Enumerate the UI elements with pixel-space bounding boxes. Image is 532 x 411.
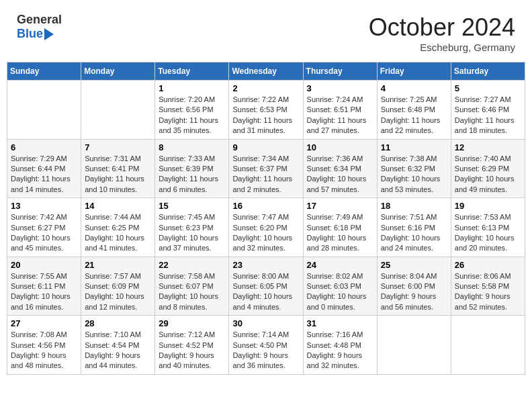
calendar-cell: [7, 81, 81, 140]
day-info: Sunrise: 7:25 AM Sunset: 6:48 PM Dayligh…: [381, 95, 447, 136]
day-number: 18: [381, 201, 447, 211]
day-info: Sunrise: 7:36 AM Sunset: 6:34 PM Dayligh…: [307, 154, 373, 195]
calendar-cell: 22Sunrise: 7:58 AM Sunset: 6:07 PM Dayli…: [155, 257, 229, 316]
day-number: 13: [11, 201, 77, 211]
weekday-header-friday: Friday: [377, 62, 451, 81]
day-number: 23: [232, 260, 299, 270]
day-number: 19: [455, 201, 521, 211]
calendar-cell: 11Sunrise: 7:38 AM Sunset: 6:32 PM Dayli…: [377, 139, 451, 198]
day-info: Sunrise: 7:24 AM Sunset: 6:51 PM Dayligh…: [307, 95, 373, 136]
calendar-cell: 5Sunrise: 7:27 AM Sunset: 6:46 PM Daylig…: [451, 81, 525, 140]
calendar-week-row: 13Sunrise: 7:42 AM Sunset: 6:27 PM Dayli…: [7, 198, 525, 257]
day-info: Sunrise: 7:45 AM Sunset: 6:23 PM Dayligh…: [159, 212, 225, 254]
weekday-header-sunday: Sunday: [7, 62, 81, 81]
day-info: Sunrise: 7:38 AM Sunset: 6:32 PM Dayligh…: [381, 154, 447, 195]
day-info: Sunrise: 8:04 AM Sunset: 6:00 PM Dayligh…: [381, 271, 447, 313]
day-info: Sunrise: 8:06 AM Sunset: 5:58 PM Dayligh…: [455, 271, 521, 313]
calendar-cell: 20Sunrise: 7:55 AM Sunset: 6:11 PM Dayli…: [7, 257, 81, 316]
month-title: October 2024: [369, 13, 515, 42]
day-number: 8: [159, 142, 225, 152]
day-info: Sunrise: 7:31 AM Sunset: 6:41 PM Dayligh…: [85, 154, 151, 195]
calendar-table: SundayMondayTuesdayWednesdayThursdayFrid…: [7, 62, 525, 375]
day-info: Sunrise: 8:00 AM Sunset: 6:05 PM Dayligh…: [232, 271, 299, 313]
day-number: 1: [159, 83, 225, 93]
day-number: 29: [159, 318, 225, 328]
calendar-cell: 17Sunrise: 7:49 AM Sunset: 6:18 PM Dayli…: [303, 198, 377, 257]
calendar-cell: 18Sunrise: 7:51 AM Sunset: 6:16 PM Dayli…: [377, 198, 451, 257]
day-number: 6: [11, 142, 77, 152]
day-number: 27: [11, 318, 77, 328]
day-info: Sunrise: 7:34 AM Sunset: 6:37 PM Dayligh…: [232, 154, 299, 195]
day-info: Sunrise: 7:47 AM Sunset: 6:20 PM Dayligh…: [232, 212, 299, 254]
calendar-cell: 13Sunrise: 7:42 AM Sunset: 6:27 PM Dayli…: [7, 198, 81, 257]
day-number: 10: [307, 142, 373, 152]
weekday-header-monday: Monday: [81, 62, 155, 81]
page-header: General Blue October 2024 Escheburg, Ger…: [7, 7, 525, 56]
calendar-cell: 12Sunrise: 7:40 AM Sunset: 6:29 PM Dayli…: [451, 139, 525, 198]
day-info: Sunrise: 7:16 AM Sunset: 4:48 PM Dayligh…: [307, 330, 373, 371]
calendar-cell: 1Sunrise: 7:20 AM Sunset: 6:56 PM Daylig…: [155, 81, 229, 140]
calendar-cell: 21Sunrise: 7:57 AM Sunset: 6:09 PM Dayli…: [81, 257, 155, 316]
day-number: 24: [307, 260, 373, 270]
calendar-cell: 15Sunrise: 7:45 AM Sunset: 6:23 PM Dayli…: [155, 198, 229, 257]
day-number: 20: [11, 260, 77, 270]
calendar-cell: 24Sunrise: 8:02 AM Sunset: 6:03 PM Dayli…: [303, 257, 377, 316]
calendar-cell: 2Sunrise: 7:22 AM Sunset: 6:53 PM Daylig…: [229, 81, 303, 140]
day-number: 11: [381, 142, 447, 152]
calendar-cell: 4Sunrise: 7:25 AM Sunset: 6:48 PM Daylig…: [377, 81, 451, 140]
day-number: 16: [232, 201, 299, 211]
day-number: 5: [455, 83, 521, 93]
day-number: 7: [85, 142, 151, 152]
calendar-header-row: SundayMondayTuesdayWednesdayThursdayFrid…: [7, 62, 525, 81]
day-number: 15: [159, 201, 225, 211]
day-info: Sunrise: 7:14 AM Sunset: 4:50 PM Dayligh…: [232, 330, 299, 371]
calendar-cell: 16Sunrise: 7:47 AM Sunset: 6:20 PM Dayli…: [229, 198, 303, 257]
calendar-cell: 10Sunrise: 7:36 AM Sunset: 6:34 PM Dayli…: [303, 139, 377, 198]
logo-arrow-icon: [44, 28, 54, 40]
day-number: 26: [455, 260, 521, 270]
day-info: Sunrise: 7:29 AM Sunset: 6:44 PM Dayligh…: [11, 154, 77, 195]
calendar-week-row: 20Sunrise: 7:55 AM Sunset: 6:11 PM Dayli…: [7, 257, 525, 316]
day-info: Sunrise: 7:58 AM Sunset: 6:07 PM Dayligh…: [159, 271, 225, 313]
day-number: 21: [85, 260, 151, 270]
day-info: Sunrise: 7:08 AM Sunset: 4:56 PM Dayligh…: [11, 330, 77, 371]
day-info: Sunrise: 7:51 AM Sunset: 6:16 PM Dayligh…: [381, 212, 447, 254]
calendar-cell: 3Sunrise: 7:24 AM Sunset: 6:51 PM Daylig…: [303, 81, 377, 140]
day-number: 31: [307, 318, 373, 328]
calendar-cell: [451, 316, 525, 375]
calendar-cell: 19Sunrise: 7:53 AM Sunset: 6:13 PM Dayli…: [451, 198, 525, 257]
day-number: 9: [232, 142, 299, 152]
calendar-cell: 23Sunrise: 8:00 AM Sunset: 6:05 PM Dayli…: [229, 257, 303, 316]
day-info: Sunrise: 7:53 AM Sunset: 6:13 PM Dayligh…: [455, 212, 521, 254]
day-info: Sunrise: 7:10 AM Sunset: 4:54 PM Dayligh…: [85, 330, 151, 371]
day-info: Sunrise: 7:12 AM Sunset: 4:52 PM Dayligh…: [159, 330, 225, 371]
logo-blue-text: Blue: [17, 27, 43, 41]
calendar-cell: 31Sunrise: 7:16 AM Sunset: 4:48 PM Dayli…: [303, 316, 377, 375]
calendar-cell: 9Sunrise: 7:34 AM Sunset: 6:37 PM Daylig…: [229, 139, 303, 198]
title-section: October 2024 Escheburg, Germany: [369, 13, 515, 53]
day-info: Sunrise: 7:49 AM Sunset: 6:18 PM Dayligh…: [307, 212, 373, 254]
day-number: 4: [381, 83, 447, 93]
day-info: Sunrise: 7:44 AM Sunset: 6:25 PM Dayligh…: [85, 212, 151, 254]
logo: General Blue: [17, 13, 62, 41]
calendar-cell: 7Sunrise: 7:31 AM Sunset: 6:41 PM Daylig…: [81, 139, 155, 198]
calendar-cell: 30Sunrise: 7:14 AM Sunset: 4:50 PM Dayli…: [229, 316, 303, 375]
calendar-cell: 25Sunrise: 8:04 AM Sunset: 6:00 PM Dayli…: [377, 257, 451, 316]
calendar-body: 1Sunrise: 7:20 AM Sunset: 6:56 PM Daylig…: [7, 81, 525, 375]
calendar-week-row: 27Sunrise: 7:08 AM Sunset: 4:56 PM Dayli…: [7, 316, 525, 375]
day-info: Sunrise: 7:40 AM Sunset: 6:29 PM Dayligh…: [455, 154, 521, 195]
day-info: Sunrise: 7:57 AM Sunset: 6:09 PM Dayligh…: [85, 271, 151, 313]
day-info: Sunrise: 7:42 AM Sunset: 6:27 PM Dayligh…: [11, 212, 77, 254]
day-info: Sunrise: 7:55 AM Sunset: 6:11 PM Dayligh…: [11, 271, 77, 313]
day-info: Sunrise: 7:22 AM Sunset: 6:53 PM Dayligh…: [232, 95, 299, 136]
calendar-cell: 8Sunrise: 7:33 AM Sunset: 6:39 PM Daylig…: [155, 139, 229, 198]
calendar-week-row: 6Sunrise: 7:29 AM Sunset: 6:44 PM Daylig…: [7, 139, 525, 198]
day-number: 12: [455, 142, 521, 152]
day-info: Sunrise: 8:02 AM Sunset: 6:03 PM Dayligh…: [307, 271, 373, 313]
day-number: 30: [232, 318, 299, 328]
calendar-cell: 6Sunrise: 7:29 AM Sunset: 6:44 PM Daylig…: [7, 139, 81, 198]
calendar-cell: 27Sunrise: 7:08 AM Sunset: 4:56 PM Dayli…: [7, 316, 81, 375]
calendar-cell: [377, 316, 451, 375]
weekday-header-tuesday: Tuesday: [155, 62, 229, 81]
location-text: Escheburg, Germany: [369, 42, 515, 53]
